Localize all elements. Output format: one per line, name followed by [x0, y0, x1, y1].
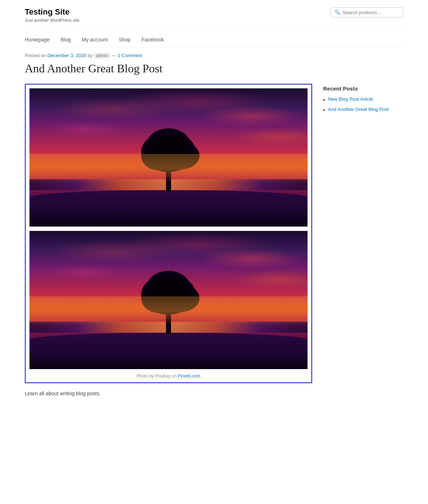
- tree-svg-2: [128, 262, 209, 335]
- photo-credit-site-link[interactable]: Pexels.com: [178, 373, 201, 379]
- site-header: Testing Site Just another WordPress site…: [25, 7, 403, 29]
- sidebar-recent-posts-title: Recent Posts: [323, 85, 403, 92]
- post-meta: Posted on December 3, 2020 by admin — 1 …: [25, 53, 403, 58]
- bullet-icon-1: ▸: [323, 97, 326, 102]
- site-tagline: Just another WordPress site: [25, 18, 80, 23]
- post-meta-prefix: Posted on: [25, 53, 46, 58]
- search-icon: 🔍: [334, 9, 340, 15]
- photo-credit: Photo by Pixabay on Pexels.com: [29, 373, 308, 379]
- nav-item-myaccount[interactable]: My account: [82, 37, 108, 43]
- photo-credit-on: on: [172, 373, 178, 379]
- main-content: Photo by Pixabay on Pexels.com Learn all…: [25, 84, 403, 396]
- tree-svg-1: [128, 119, 209, 192]
- post-comment-link[interactable]: 1 Comment: [118, 53, 142, 58]
- svg-point-6: [159, 136, 189, 160]
- post-image-2: [29, 231, 308, 369]
- search-input[interactable]: [342, 10, 399, 15]
- post-title: And Another Great Blog Post: [25, 61, 403, 76]
- sidebar: Recent Posts ▸ New Blog Post Article ▸ A…: [323, 84, 403, 396]
- post-excerpt: Learn all about writing blog posts.: [25, 391, 312, 396]
- photo-credit-prefix: Photo by: [136, 373, 154, 379]
- post-date-link[interactable]: December 3, 2020: [47, 53, 86, 58]
- nav-item-shop[interactable]: Shop: [119, 37, 131, 43]
- nav-item-facebook[interactable]: Facebook: [142, 37, 164, 43]
- svg-point-13: [159, 278, 189, 302]
- recent-posts-list: ▸ New Blog Post Article ▸ And Another Gr…: [323, 96, 403, 113]
- post-image-1: [29, 88, 308, 227]
- content-area: Photo by Pixabay on Pexels.com Learn all…: [25, 84, 312, 396]
- ground-1: [29, 190, 308, 227]
- search-box[interactable]: 🔍: [330, 7, 403, 17]
- recent-post-link-1[interactable]: New Blog Post Article: [328, 96, 373, 103]
- site-branding: Testing Site Just another WordPress site: [25, 7, 80, 23]
- recent-post-item-1: ▸ New Blog Post Article: [323, 96, 403, 103]
- photo-credit-author: Pixabay: [155, 373, 171, 379]
- svg-rect-7: [166, 305, 171, 335]
- svg-rect-0: [166, 163, 171, 192]
- site-nav: Homepage Blog My account Shop Facebook: [25, 32, 403, 47]
- recent-post-item-2: ▸ And Another Great Blog Post: [323, 106, 403, 113]
- recent-post-link-2[interactable]: And Another Great Blog Post: [328, 106, 389, 113]
- nav-item-blog[interactable]: Blog: [61, 37, 71, 43]
- post-by-label: by: [88, 53, 94, 58]
- post-author: admin: [94, 53, 110, 59]
- post-comment-separator: —: [111, 53, 118, 58]
- ground-2: [29, 333, 308, 369]
- post-figure: Photo by Pixabay on Pexels.com: [25, 84, 312, 383]
- nav-item-homepage[interactable]: Homepage: [25, 37, 50, 43]
- bullet-icon-2: ▸: [323, 107, 326, 112]
- site-title: Testing Site: [25, 7, 80, 17]
